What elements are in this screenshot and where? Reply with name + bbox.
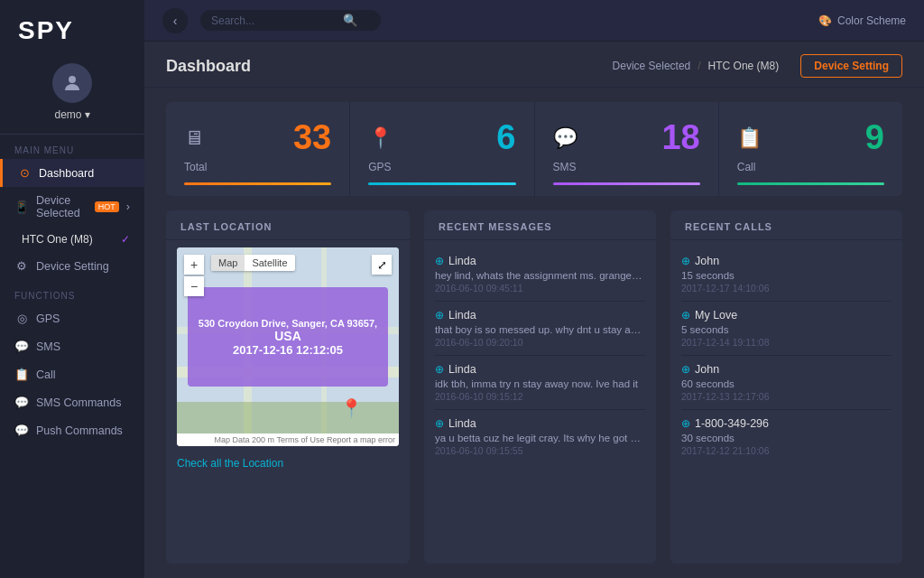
- message-text: idk tbh, imma try n stay away now. Ive h…: [435, 378, 645, 389]
- message-time: 2016-06-10 09:20:10: [435, 337, 645, 348]
- sidebar-item-call[interactable]: 📋 Call: [0, 360, 144, 388]
- sidebar-item-dashboard[interactable]: ⊙ Dashboard: [0, 159, 144, 187]
- zoom-out-button[interactable]: −: [184, 276, 204, 296]
- contact-icon: ⊕: [435, 363, 444, 376]
- search-input[interactable]: [211, 14, 337, 27]
- message-item[interactable]: ⊕ Linda hey lind, whats the assignment m…: [435, 247, 645, 302]
- breadcrumb-device-selected: Device Selected: [613, 60, 691, 72]
- sidebar-item-label: Device Setting: [36, 260, 109, 273]
- device-selected-icon: 📱: [14, 200, 29, 214]
- device-setting-button[interactable]: Device Setting: [800, 54, 902, 78]
- device-name-label: HTC One (M8): [22, 233, 93, 246]
- map-country: USA: [274, 329, 301, 343]
- message-time: 2016-06-10 09:15:55: [435, 445, 645, 456]
- call-duration: 5 seconds: [681, 324, 892, 335]
- map-footer: Map Data 200 m Terms of Use Report a map…: [177, 434, 399, 446]
- call-label: Call: [737, 161, 884, 173]
- call-time: 2017-12-12 21:10:06: [681, 445, 892, 456]
- sidebar-item-device-setting[interactable]: ⚙ Device Setting: [0, 252, 144, 280]
- map-type-map-button[interactable]: Map: [211, 255, 245, 271]
- color-scheme-icon: 🎨: [818, 14, 832, 27]
- contact-icon: ⊕: [435, 417, 444, 430]
- contact-icon: ⊕: [681, 417, 690, 430]
- message-sender: ⊕ Linda: [435, 255, 645, 267]
- call-item[interactable]: ⊕ 1-800-349-296 30 seconds 2017-12-12 21…: [681, 410, 892, 463]
- hot-badge: HOT: [95, 201, 119, 212]
- sidebar-item-htc[interactable]: HTC One (M8) ✓: [0, 227, 144, 252]
- check-location-link[interactable]: Check all the Location: [177, 453, 283, 473]
- sidebar-item-push-commands[interactable]: 💬 Push Commands: [0, 416, 144, 444]
- map-zoom-controls: + −: [184, 255, 204, 296]
- back-button[interactable]: ‹: [162, 8, 188, 33]
- call-contact: ⊕ John: [681, 363, 892, 376]
- call-item[interactable]: ⊕ My Love 5 seconds 2017-12-14 19:11:08: [681, 302, 892, 356]
- last-location-header: LAST LOCATION: [166, 210, 410, 240]
- sidebar-item-sms[interactable]: 💬 SMS: [0, 332, 144, 360]
- map-type-bar: Map Satellite: [211, 255, 295, 271]
- total-icon: 🖥: [184, 126, 204, 150]
- map-container: 530 Croydon Drive, Sanger, CA 93657, USA…: [177, 247, 399, 446]
- gps-stat-icon: 📍: [368, 126, 393, 150]
- dashboard-header: Dashboard Device Selected / HTC One (M8)…: [144, 42, 924, 88]
- sms-label: SMS: [553, 161, 700, 173]
- sidebar-item-label: Dashboard: [39, 167, 94, 180]
- message-item[interactable]: ⊕ Linda that boy is so messed up. why dn…: [435, 302, 645, 356]
- recent-messages-panel: RECENT MESSAGES ⊕ Linda hey lind, whats …: [424, 210, 656, 564]
- user-profile-area: demo ▾: [0, 54, 144, 135]
- call-time: 2017-12-13 12:17:06: [681, 391, 892, 402]
- sidebar-item-device-selected[interactable]: 📱 Device Selected HOT ›: [0, 187, 144, 227]
- message-text: that boy is so messed up. why dnt u stay…: [435, 324, 645, 335]
- checkmark-icon: ✓: [121, 233, 130, 246]
- call-stat-icon: 📋: [737, 126, 762, 150]
- breadcrumb: Device Selected / HTC One (M8): [613, 60, 780, 72]
- calls-panel-header: RECENT CALLS: [670, 210, 902, 240]
- call-item[interactable]: ⊕ John 60 seconds 2017-12-13 12:17:06: [681, 356, 892, 410]
- sms-bar: [553, 182, 700, 185]
- sidebar-item-gps[interactable]: ◎ GPS: [0, 304, 144, 332]
- total-label: Total: [184, 161, 331, 173]
- topbar: ‹ 🔍 🎨 Color Scheme: [144, 0, 924, 42]
- device-setting-icon: ⚙: [14, 259, 29, 273]
- gps-bar: [368, 182, 515, 185]
- messages-list: ⊕ Linda hey lind, whats the assignment m…: [424, 240, 656, 564]
- contact-icon: ⊕: [681, 309, 690, 322]
- breadcrumb-separator: /: [698, 60, 700, 72]
- sidebar-item-label: Call: [36, 368, 56, 381]
- map-address: 530 Croydon Drive, Sanger, CA 93657,: [189, 318, 386, 329]
- fullscreen-button[interactable]: ⤢: [372, 255, 392, 275]
- map-pin-icon: 📍: [340, 397, 363, 419]
- map-datetime: 2017-12-16 12:12:05: [233, 343, 343, 357]
- message-sender: ⊕ Linda: [435, 363, 645, 376]
- last-location-panel: LAST LOCATION 530 Croydon Drive, Sanger,…: [166, 210, 410, 564]
- sidebar-item-label: SMS Commands: [36, 396, 121, 409]
- contact-icon: ⊕: [435, 309, 444, 322]
- stats-row: 🖥 33 Total 📍 6 GPS 💬 18 SMS 📋: [166, 102, 902, 196]
- message-sender: ⊕ Linda: [435, 309, 645, 322]
- avatar: [52, 63, 92, 103]
- chevron-right-icon: ›: [126, 200, 130, 213]
- total-value: 33: [293, 118, 331, 157]
- contact-icon: ⊕: [435, 255, 444, 267]
- search-box: 🔍: [200, 10, 381, 31]
- message-time: 2016-06-10 09:45:11: [435, 283, 645, 294]
- message-item[interactable]: ⊕ Linda ya u betta cuz he legit cray. It…: [435, 410, 645, 463]
- username-label: demo ▾: [54, 108, 89, 121]
- svg-point-0: [69, 76, 76, 83]
- app-logo: SPY: [0, 0, 144, 54]
- color-scheme-label: Color Scheme: [837, 14, 906, 27]
- search-icon[interactable]: 🔍: [343, 14, 358, 27]
- map-background: 530 Croydon Drive, Sanger, CA 93657, USA…: [177, 247, 399, 446]
- sidebar-item-sms-commands[interactable]: 💬 SMS Commands: [0, 388, 144, 416]
- color-scheme-button[interactable]: 🎨 Color Scheme: [818, 14, 906, 27]
- call-icon: 📋: [14, 368, 29, 381]
- call-time: 2017-12-14 19:11:08: [681, 337, 892, 348]
- content-panels: LAST LOCATION 530 Croydon Drive, Sanger,…: [166, 210, 902, 564]
- sms-icon: 💬: [14, 340, 29, 353]
- stat-total: 🖥 33 Total: [166, 102, 350, 196]
- call-value: 9: [865, 118, 884, 157]
- message-item[interactable]: ⊕ Linda idk tbh, imma try n stay away no…: [435, 356, 645, 410]
- map-type-satellite-button[interactable]: Satellite: [245, 255, 294, 271]
- breadcrumb-device-name: HTC One (M8): [708, 60, 780, 72]
- zoom-in-button[interactable]: +: [184, 255, 204, 275]
- call-item[interactable]: ⊕ John 15 seconds 2017-12-17 14:10:06: [681, 247, 892, 302]
